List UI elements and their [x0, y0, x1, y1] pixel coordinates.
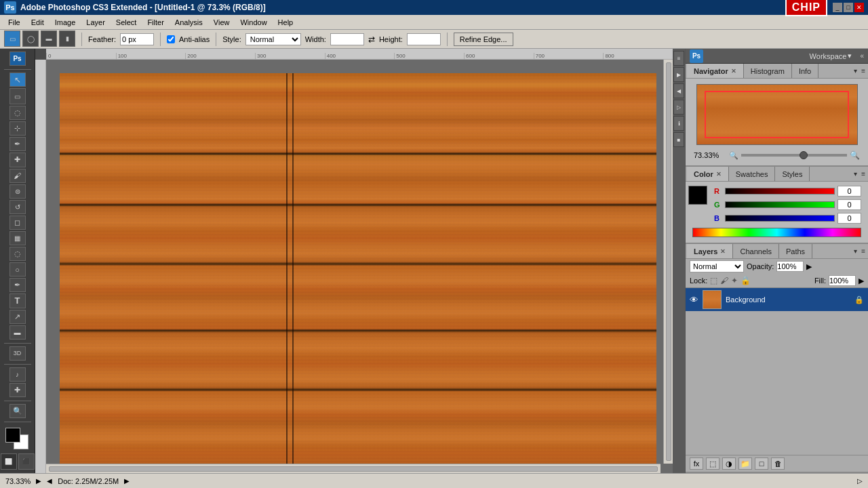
- color-panel-icon-toggle[interactable]: ■: [673, 132, 684, 147]
- marquee-single-col-btn[interactable]: ▮: [59, 30, 75, 47]
- eyedropper2-tool[interactable]: ✚: [9, 383, 26, 397]
- blend-mode-select[interactable]: NormalDissolveMultiply: [690, 260, 744, 272]
- quick-mask-btn[interactable]: ⬜: [1, 453, 17, 470]
- menu-window[interactable]: Window: [235, 17, 272, 28]
- swap-icon[interactable]: ⇄: [368, 35, 375, 44]
- tab-channels[interactable]: Channels: [733, 244, 778, 258]
- menu-view[interactable]: View: [208, 17, 235, 28]
- tab-swatches[interactable]: Swatches: [729, 167, 776, 181]
- layer-visibility-icon[interactable]: 👁: [690, 295, 698, 305]
- layer-row-background[interactable]: 👁 Background 🔒: [686, 288, 868, 311]
- crop-tool[interactable]: ⊹: [9, 121, 26, 136]
- lock-all-btn[interactable]: 🔒: [741, 276, 751, 285]
- lock-move-btn[interactable]: ✦: [731, 276, 738, 285]
- green-value[interactable]: [837, 199, 861, 210]
- tab-layers[interactable]: Layers ✕: [687, 244, 733, 258]
- workspace-button[interactable]: Workspace ▾: [810, 52, 852, 60]
- foreground-color-swatch[interactable]: [688, 186, 707, 205]
- lasso-tool[interactable]: ◌: [9, 106, 26, 120]
- marquee-ellipse-btn[interactable]: ◯: [22, 30, 39, 47]
- maximize-button[interactable]: □: [844, 3, 853, 12]
- minimize-button[interactable]: _: [833, 3, 842, 12]
- collapse-layers-btn[interactable]: ▾: [851, 247, 860, 255]
- dodge-tool[interactable]: ○: [9, 262, 26, 277]
- opacity-expand-icon[interactable]: ▶: [806, 262, 812, 271]
- refine-edge-button[interactable]: Refine Edge...: [454, 33, 513, 46]
- lock-image-btn[interactable]: 🖌: [720, 276, 728, 285]
- new-layer-btn[interactable]: □: [755, 458, 768, 470]
- menu-analysis[interactable]: Analysis: [170, 17, 208, 28]
- panel-collapse-all-btn[interactable]: «: [860, 52, 864, 60]
- new-group-btn[interactable]: 📁: [738, 458, 752, 470]
- healing-tool[interactable]: ✚: [9, 152, 26, 167]
- style-select[interactable]: NormalFixed RatioFixed Size: [245, 33, 301, 45]
- navigator-panel-toggle[interactable]: ≡: [673, 51, 684, 66]
- tab-styles[interactable]: Styles: [775, 167, 810, 181]
- clone-tool[interactable]: ⊜: [9, 184, 26, 199]
- zoom-out-icon[interactable]: 🔍: [729, 151, 738, 160]
- horizontal-scrollbar[interactable]: [46, 464, 660, 473]
- blue-value[interactable]: [837, 213, 861, 224]
- menu-filter[interactable]: Filter: [142, 17, 169, 28]
- menu-layer[interactable]: Layer: [81, 17, 111, 28]
- collapse-color-btn[interactable]: ▾: [851, 170, 860, 178]
- history-brush-tool[interactable]: ↺: [9, 200, 26, 214]
- color-spectrum[interactable]: [692, 228, 861, 237]
- color-menu-btn[interactable]: ≡: [860, 170, 867, 178]
- navigator-menu-btn[interactable]: ≡: [860, 67, 867, 75]
- notes-tool[interactable]: ♪: [9, 367, 26, 382]
- delete-layer-btn[interactable]: 🗑: [771, 458, 785, 470]
- vertical-scrollbar[interactable]: [663, 60, 673, 464]
- blue-slider[interactable]: [725, 215, 835, 222]
- lock-transparent-btn[interactable]: ⬚: [710, 276, 717, 285]
- shape-tool[interactable]: ▬: [9, 325, 26, 340]
- menu-image[interactable]: Image: [50, 17, 81, 28]
- add-style-btn[interactable]: fx: [690, 458, 703, 470]
- add-mask-btn[interactable]: ⬚: [706, 458, 719, 470]
- eyedropper-tool[interactable]: ✒: [9, 137, 26, 151]
- menu-file[interactable]: File: [3, 17, 26, 28]
- width-input[interactable]: [330, 33, 364, 45]
- blur-tool[interactable]: ◌: [9, 247, 26, 261]
- fill-input[interactable]: [829, 275, 856, 286]
- history-panel-toggle[interactable]: ◀: [673, 83, 684, 98]
- tab-histogram[interactable]: Histogram: [744, 64, 792, 78]
- marquee-rect-btn[interactable]: ▭: [4, 30, 20, 47]
- close-navigator-tab[interactable]: ✕: [731, 68, 736, 75]
- tab-paths[interactable]: Paths: [779, 244, 812, 258]
- move-tool[interactable]: ↖: [9, 73, 26, 87]
- collapse-navigator-btn[interactable]: ▾: [851, 67, 860, 75]
- red-value[interactable]: [837, 186, 861, 197]
- tools-panel-toggle[interactable]: ▶: [673, 67, 684, 82]
- marquee-tool[interactable]: ▭: [9, 88, 26, 104]
- brush-tool[interactable]: 🖌: [9, 169, 26, 183]
- tab-navigator[interactable]: Navigator ✕: [687, 64, 744, 78]
- gradient-tool[interactable]: ▦: [9, 231, 26, 245]
- navigator-preview[interactable]: [696, 84, 858, 145]
- opacity-input[interactable]: [776, 261, 804, 272]
- menu-select[interactable]: Select: [111, 17, 142, 28]
- add-adjustment-btn[interactable]: ◑: [722, 458, 736, 470]
- tab-color[interactable]: Color ✕: [687, 167, 729, 181]
- menu-help[interactable]: Help: [273, 17, 299, 28]
- eraser-tool[interactable]: ◻: [9, 216, 26, 230]
- ps-home-btn[interactable]: Ps: [9, 52, 26, 66]
- green-slider[interactable]: [725, 201, 835, 208]
- status-end-btn[interactable]: ▷: [857, 477, 863, 485]
- text-tool[interactable]: T: [9, 293, 26, 308]
- red-slider[interactable]: [725, 188, 835, 195]
- status-nav-right[interactable]: ▶: [124, 477, 130, 485]
- status-nav-left[interactable]: ◀: [47, 477, 52, 485]
- zoom-slider[interactable]: [741, 154, 847, 157]
- canvas-area[interactable]: [46, 60, 673, 473]
- zoom-in-icon[interactable]: 🔍: [850, 150, 860, 160]
- actions-panel-toggle[interactable]: ▷: [673, 100, 684, 115]
- pen-tool[interactable]: ✒: [9, 278, 26, 292]
- zoom-tool[interactable]: 🔍: [9, 404, 26, 418]
- close-color-tab[interactable]: ✕: [716, 171, 722, 178]
- foreground-color[interactable]: [5, 428, 20, 443]
- 3d-tool[interactable]: 3D: [9, 346, 26, 361]
- close-button[interactable]: ✕: [854, 3, 864, 12]
- zoom-thumb[interactable]: [800, 151, 808, 159]
- standard-screen-btn[interactable]: ⬛: [18, 453, 35, 470]
